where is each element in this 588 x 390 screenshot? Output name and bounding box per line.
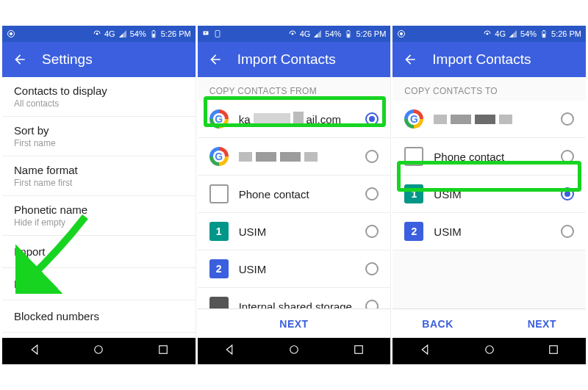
clock-label: 5:26 PM — [161, 29, 191, 38]
radio[interactable] — [561, 112, 574, 126]
back-icon[interactable] — [403, 52, 417, 67]
storage-icon — [209, 297, 229, 308]
radio[interactable] — [365, 150, 379, 163]
notif-icon — [202, 29, 211, 38]
battery-label: 54% — [130, 29, 146, 38]
signal-icon — [313, 29, 322, 38]
svg-point-2 — [96, 33, 98, 35]
svg-point-23 — [485, 346, 493, 354]
nav-recents-icon[interactable] — [352, 343, 365, 359]
section-label: COPY CONTACTS FROM — [198, 77, 391, 101]
item-sort-by[interactable]: Sort by First name — [2, 117, 196, 156]
radio[interactable] — [561, 225, 574, 238]
section-label: COPY CONTACTS TO — [392, 77, 586, 101]
screen-settings: 4G 54% 5:26 PM Settings Contacts to disp… — [2, 26, 196, 364]
source-usim-1[interactable]: 1 USIM — [198, 213, 391, 250]
redacted-email — [239, 152, 356, 162]
app-icon — [7, 29, 15, 38]
svg-point-18 — [400, 32, 403, 35]
svg-rect-13 — [348, 30, 349, 31]
radio[interactable] — [365, 225, 379, 238]
nav-back-icon[interactable] — [28, 343, 41, 359]
source-usim-2[interactable]: 2 USIM — [198, 250, 391, 288]
next-button[interactable]: NEXT — [279, 318, 308, 330]
battery-icon — [149, 29, 158, 38]
hotspot-icon — [93, 29, 101, 38]
sim1-icon: 1 — [209, 222, 229, 241]
source-phone[interactable]: Phone contact — [198, 176, 391, 213]
radio[interactable] — [561, 187, 574, 201]
phone-icon — [404, 147, 423, 166]
next-button[interactable]: NEXT — [528, 318, 556, 330]
item-about[interactable]: About Contacts — [2, 333, 196, 338]
settings-list: Contacts to display All contacts Sort by… — [2, 77, 196, 338]
dest-usim-1[interactable]: 1 USIM — [392, 176, 586, 213]
radio[interactable] — [365, 112, 379, 126]
redacted-email — [434, 115, 551, 124]
svg-point-6 — [95, 346, 103, 354]
dest-phone[interactable]: Phone contact — [392, 138, 586, 176]
svg-rect-22 — [543, 34, 545, 37]
bottom-bar: NEXT — [198, 308, 391, 338]
source-google-2[interactable] — [198, 138, 391, 176]
radio[interactable] — [365, 300, 379, 308]
svg-point-1 — [10, 32, 12, 35]
nav-home-icon[interactable] — [483, 343, 496, 359]
source-list: COPY CONTACTS FROM ka ail.com Phone cont… — [198, 77, 391, 308]
android-nav — [2, 338, 196, 364]
back-icon[interactable] — [208, 52, 223, 67]
svg-rect-16 — [354, 346, 362, 354]
radio[interactable] — [365, 187, 379, 201]
item-export[interactable]: Export — [2, 268, 196, 300]
page-title: Settings — [42, 51, 93, 68]
item-import[interactable]: Import — [2, 236, 196, 268]
dest-google[interactable] — [392, 101, 586, 138]
radio[interactable] — [561, 150, 574, 163]
google-icon — [404, 109, 423, 129]
source-storage[interactable]: Internal shared storage — [198, 288, 391, 308]
app-bar: Settings — [2, 42, 196, 77]
nav-home-icon[interactable] — [92, 343, 105, 359]
redacted — [254, 113, 290, 125]
nav-recents-icon[interactable] — [157, 343, 170, 359]
phone-icon — [209, 184, 229, 203]
svg-rect-5 — [152, 34, 154, 37]
hotspot-icon — [288, 29, 297, 38]
svg-point-15 — [290, 346, 298, 354]
bottom-bar: BACK NEXT — [392, 308, 586, 338]
page-title: Import Contacts — [432, 51, 531, 68]
google-icon — [209, 109, 229, 129]
sim2-icon: 2 — [209, 259, 229, 278]
app-bar: Import Contacts — [198, 42, 391, 77]
nav-back-icon[interactable] — [418, 343, 431, 359]
signal-icon — [118, 29, 127, 38]
item-name-format[interactable]: Name format First name first — [2, 156, 196, 196]
battery-label: 54% — [325, 29, 341, 38]
back-button[interactable]: BACK — [422, 318, 453, 330]
radio[interactable] — [365, 262, 379, 275]
battery-icon — [344, 29, 353, 38]
nav-recents-icon[interactable] — [547, 343, 560, 359]
item-blocked[interactable]: Blocked numbers — [2, 300, 196, 333]
svg-rect-21 — [543, 30, 545, 31]
item-contacts-display[interactable]: Contacts to display All contacts — [2, 77, 196, 117]
svg-rect-14 — [348, 34, 350, 37]
svg-point-19 — [487, 33, 489, 35]
screen-import-from: 4G 54% 5:26 PM Import Contacts COPY CONT… — [198, 26, 392, 364]
google-icon — [209, 147, 229, 166]
sim1-icon: 1 — [404, 184, 423, 203]
dest-usim-2[interactable]: 2 USIM — [392, 213, 586, 250]
screen-import-to: 4G 54% 5:26 PM Import Contacts COPY CONT… — [392, 26, 586, 364]
redacted — [293, 112, 304, 126]
clock-label: 5:26 PM — [356, 29, 386, 38]
network-label: 4G — [495, 29, 506, 38]
back-icon[interactable] — [12, 52, 27, 67]
notif-icon-2 — [213, 29, 222, 38]
network-label: 4G — [104, 29, 115, 38]
android-nav — [198, 338, 391, 364]
nav-home-icon[interactable] — [287, 343, 301, 359]
nav-back-icon[interactable] — [223, 343, 236, 359]
source-google-1[interactable]: ka ail.com — [198, 101, 391, 138]
item-phonetic-name[interactable]: Phonetic name Hide if empty — [2, 196, 196, 236]
app-bar: Import Contacts — [392, 42, 586, 77]
